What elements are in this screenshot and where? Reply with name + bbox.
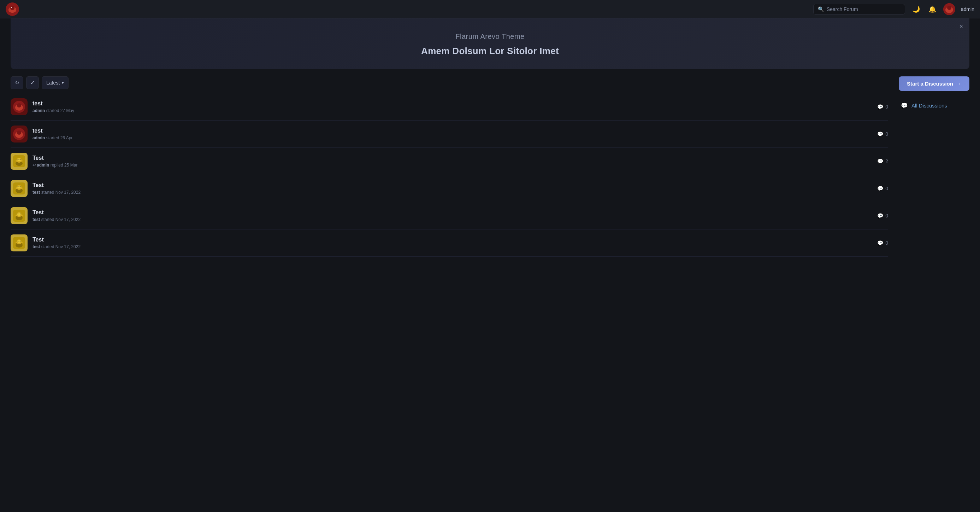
comment-icon: 💬 [877, 131, 883, 137]
comment-icon: 💬 [877, 104, 883, 110]
count-value: 0 [885, 131, 888, 137]
comment-icon: 💬 [877, 158, 883, 164]
svg-point-17 [18, 159, 19, 160]
bell-icon: 🔔 [928, 5, 936, 13]
discussion-reply-count: 💬 0 [877, 104, 888, 110]
dark-mode-button[interactable]: 🌙 [911, 4, 921, 14]
sidebar: Start a Discussion → 💬 All Discussions [899, 77, 969, 257]
start-discussion-button[interactable]: Start a Discussion → [899, 77, 969, 91]
discussion-meta: ↩admin replied 25 Mar [32, 163, 872, 167]
hero-banner: × Flarum Arevo Theme Amem Dolsum Lor Sit… [11, 18, 969, 69]
table-row[interactable]: test admin started 27 May 💬 0 [11, 93, 888, 121]
discussion-reply-count: 💬 0 [877, 240, 888, 246]
header-actions: 🌙 🔔 admin [911, 3, 974, 15]
discussion-list: test admin started 27 May 💬 0 test admin… [11, 93, 888, 257]
reply-icon: ↩ [32, 163, 36, 167]
discussion-content: test admin started 26 Apr [32, 128, 872, 140]
check-icon: ✓ [30, 80, 35, 86]
avatar [11, 207, 27, 224]
toolbar: ↻ ✓ Latest ▾ [11, 77, 888, 89]
svg-point-19 [16, 160, 18, 161]
svg-point-34 [20, 214, 21, 215]
svg-point-2 [10, 6, 14, 10]
chevron-down-icon: ▾ [62, 81, 64, 85]
avatar [11, 180, 27, 197]
discussion-content: Test test started Nov 17, 2022 [32, 236, 872, 249]
table-row[interactable]: Test test started Nov 17, 2022 💬 0 [11, 230, 888, 257]
notifications-button[interactable]: 🔔 [927, 4, 938, 14]
sort-label: Latest [46, 80, 60, 86]
discussion-title: test [32, 128, 872, 134]
table-row[interactable]: Test test started Nov 17, 2022 💬 0 [11, 175, 888, 202]
main-content: ↻ ✓ Latest ▾ test admin started [0, 77, 980, 257]
discussion-list-area: ↻ ✓ Latest ▾ test admin started [11, 77, 888, 257]
svg-point-18 [20, 159, 21, 160]
sidebar-item-all-discussions[interactable]: 💬 All Discussions [899, 99, 969, 112]
mark-read-button[interactable]: ✓ [26, 77, 39, 89]
hero-title: Flarum Arevo Theme [18, 32, 963, 41]
meta-user: admin [37, 163, 49, 167]
svg-point-12 [17, 131, 21, 135]
discussion-meta: admin started 27 May [32, 108, 872, 113]
discussion-reply-count: 💬 0 [877, 131, 888, 137]
discussion-content: Test test started Nov 17, 2022 [32, 209, 872, 222]
svg-point-6 [947, 6, 951, 10]
header: 🔍 🌙 🔔 admin [0, 0, 980, 18]
discussion-reply-count: 💬 0 [877, 213, 888, 219]
avatar [11, 234, 27, 251]
svg-point-43 [16, 242, 18, 243]
discussion-content: test admin started 27 May [32, 100, 872, 113]
svg-point-35 [16, 215, 18, 216]
site-logo[interactable] [6, 3, 19, 16]
svg-point-28 [21, 187, 22, 189]
comment-icon: 💬 [877, 240, 883, 246]
count-value: 2 [885, 158, 888, 164]
table-row[interactable]: Test ↩admin replied 25 Mar 💬 2 [11, 148, 888, 175]
count-value: 0 [885, 240, 888, 246]
meta-user: test [32, 217, 40, 222]
avatar [11, 98, 27, 115]
svg-point-42 [20, 241, 21, 242]
refresh-icon: ↻ [15, 80, 19, 86]
svg-point-33 [18, 214, 19, 215]
discussion-meta: admin started 26 Apr [32, 136, 872, 140]
svg-point-25 [18, 187, 19, 187]
table-row[interactable]: test admin started 26 Apr 💬 0 [11, 121, 888, 148]
dark-mode-icon: 🌙 [912, 5, 920, 13]
hero-close-button[interactable]: × [959, 23, 963, 30]
discussions-icon: 💬 [901, 102, 908, 109]
svg-point-20 [21, 160, 22, 161]
search-input[interactable] [827, 6, 900, 12]
svg-point-36 [21, 215, 22, 216]
discussion-title: Test [32, 209, 872, 216]
hero-subtitle: Amem Dolsum Lor Sitolor Imet [18, 46, 963, 57]
search-icon: 🔍 [818, 6, 824, 12]
discussion-title: Test [32, 155, 872, 161]
avatar [11, 153, 27, 170]
count-value: 0 [885, 213, 888, 219]
discussion-meta: test started Nov 17, 2022 [32, 244, 872, 249]
comment-icon: 💬 [877, 186, 883, 191]
discussion-title: test [32, 100, 872, 107]
discussion-reply-count: 💬 0 [877, 186, 888, 191]
username-label[interactable]: admin [961, 6, 974, 12]
svg-point-44 [21, 242, 22, 243]
discussion-content: Test test started Nov 17, 2022 [32, 182, 872, 195]
refresh-button[interactable]: ↻ [11, 77, 23, 89]
meta-user: admin [32, 108, 45, 113]
table-row[interactable]: Test test started Nov 17, 2022 💬 0 [11, 202, 888, 230]
comment-icon: 💬 [877, 213, 883, 219]
search-box[interactable]: 🔍 [813, 4, 905, 14]
all-discussions-label: All Discussions [912, 102, 947, 108]
discussion-title: Test [32, 182, 872, 188]
discussion-meta: test started Nov 17, 2022 [32, 217, 872, 222]
avatar [11, 126, 27, 142]
count-value: 0 [885, 186, 888, 191]
discussion-title: Test [32, 236, 872, 243]
meta-user: test [32, 244, 40, 249]
svg-point-9 [17, 103, 21, 107]
discussion-content: Test ↩admin replied 25 Mar [32, 155, 872, 167]
user-avatar[interactable] [943, 3, 955, 15]
start-discussion-label: Start a Discussion [907, 81, 953, 87]
sort-dropdown[interactable]: Latest ▾ [42, 77, 68, 89]
